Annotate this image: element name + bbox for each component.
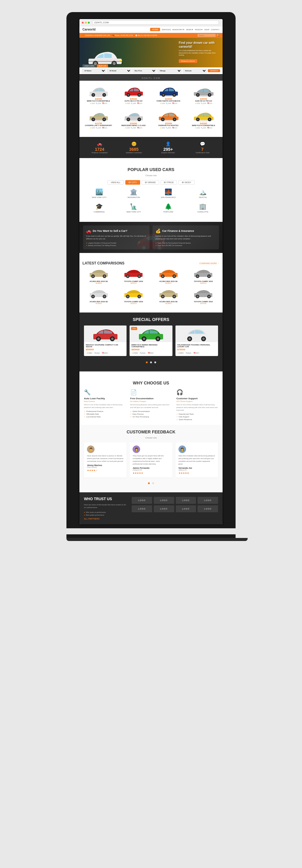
close-dot[interactable] [82,22,83,24]
spec-item: 🔧1200 [96,127,101,129]
nav-contact[interactable]: CONTACT [211,29,220,31]
spec-item: 📅2015 [207,127,212,129]
offer-info: VOLKSWAGEN TOUAREC PERSONAL LUXURY CAR $… [175,342,218,356]
offer-card[interactable]: 15% [130,326,172,356]
carousel-dot[interactable] [146,362,148,363]
car-card[interactable]: $24000 FORD FIESTA HATCHBACK ⚡1200 🔧1400… [153,84,184,104]
comp-card[interactable]: TOYOTA CAMRY 2016 $20512 [118,268,150,284]
city-charlotte[interactable]: 🏢 CHARLOTTE [187,203,219,213]
sell-text: If you want to sell your car fast as qui… [86,235,146,240]
popular-cars-subtitle: Choose one [83,175,219,177]
comp-card[interactable]: ACURA RDX 2015 SE $19950 [82,268,115,284]
spec-item: ⚡1400 [125,127,130,129]
nav-services[interactable]: SERVICES [162,29,171,31]
city-portland[interactable]: 🌲 PORTLAND [152,203,184,213]
filter-by-city[interactable]: BY CITY [125,180,140,185]
svg-point-35 [92,119,94,120]
comp-card[interactable]: TOYOTA CAMRY 2016 $44100 [187,289,220,304]
hero-section: Find your dream car with carworld! It is… [79,38,223,74]
price-select[interactable]: Max Price [132,69,157,73]
city-newyork2[interactable]: 🗽 NEW YORK CITY [118,203,150,213]
new-car-tab[interactable]: NEW CAR [97,64,108,67]
used-cars-tab[interactable]: USED CARS [82,64,96,67]
nav-shop[interactable]: SHOP [204,29,209,31]
carousel-dot[interactable] [154,362,156,363]
feedback-card: 👨 Have anyone else done to pursue or den… [84,442,127,477]
svg-point-5 [113,62,116,65]
reviewer-avatar: 👨 [87,445,95,453]
search-input[interactable] [198,34,215,37]
svg-point-78 [92,296,94,298]
spec-item: ⚡1200 [160,102,165,104]
comp-car-image [158,268,179,279]
mileage-select[interactable]: Mileage [157,69,181,73]
city-washington[interactable]: 🏛️ WASHINGTON [118,188,150,198]
offer-spec: 📅2017 [193,352,200,354]
finance-title: Car Finance & Insurance [162,229,194,232]
car-card[interactable]: $16000 MERCEDES BENZ C CLASS ⚡1400 🔧1500… [118,109,149,129]
svg-point-88 [162,296,164,298]
comp-car-image [193,289,214,300]
search-button[interactable]: SEARCH [208,69,220,72]
filter-by-body[interactable]: BY BODY [178,180,195,185]
city-cambridge[interactable]: 🎓 CAMBRIDGE [83,203,115,213]
nav-inventory[interactable]: INVENTORY▼ [172,29,185,31]
search-icon[interactable]: 🔍 [216,34,220,37]
compare-more-link[interactable]: COMPARE MORE → [199,262,220,265]
svg-point-75 [208,275,210,277]
comp-card[interactable]: TOYOTA CAMRY 2016 $20512 [187,268,220,284]
minimize-dot[interactable] [85,22,87,24]
car-card[interactable]: $42000 BMW F12 8 CONVERTIBLE ⚡2322 🔧2200… [82,84,114,104]
svg-point-63 [127,275,129,277]
stat-customers: 😊 3685 Satisfied Customers [119,142,150,154]
offer-card[interactable]: RENAULT DAUPHINE CAMPACT CAR SEDAN $5500… [84,326,127,356]
model-select[interactable]: All Model [107,69,131,73]
trust-logo: LOGO [198,505,218,512]
city-sanfrancisco[interactable]: 🌉 SAN FRANCISCO [152,188,184,198]
svg-point-58 [92,275,94,277]
filter-by-brand[interactable]: BY BRAND [142,180,159,185]
car-bmw2-image [192,110,215,122]
nav-home[interactable]: HOME [150,28,160,31]
carousel-dot[interactable] [150,362,152,363]
why-docs-list: ✓Quick Documentation ✓Easy Process ✓On T… [130,410,172,418]
trust-title: WHO TRUST US [84,497,127,501]
sell-title: Do You Want to Sell a Car? [93,229,128,232]
svg-point-100 [111,338,113,340]
relocate-select[interactable]: Relocate [183,69,207,73]
svg-point-17 [128,94,129,96]
hero-cta-button[interactable]: Request a Demo [179,59,197,63]
phone-info: 📞 Phone: +44 507 891 13 23 [113,34,133,36]
carousel-dot[interactable] [148,483,150,484]
comp-card[interactable]: ACURA RDX 2015 SE $19512 [152,268,185,284]
clock-icon: 🕐 [135,34,137,36]
comp-card[interactable]: ACURA RDX 2016 SE $79500 [82,289,115,304]
filter-view-all[interactable]: VIEW ALL [107,180,124,185]
car-card[interactable]: $35000 AUTO AB 3.5 TDI GO ⚡1430 🔧1900 📅2… [118,84,149,104]
comp-card[interactable]: TOYOTA CAMRY 2016 $20523 [118,289,150,304]
car-card[interactable]: $33500 FERRARI F12 NOVITEC ⚡3000 🔧2800 📅… [153,109,184,129]
car-card[interactable]: $42000 BMW F12-8 CONVERTIBLE ⚡2322 🔧2200… [188,109,220,129]
nav-pages[interactable]: PAGES▼ [195,29,203,31]
nav-news[interactable]: NEWS▼ [186,29,193,31]
finance-text: Explain to you how all this mistaken ide… [156,235,216,240]
all-partners-link[interactable]: ALL PARTNERS [84,518,127,520]
city-seattle[interactable]: 🏔️ SEATTLE [187,188,219,198]
car-card[interactable]: $35000 AUDI A8 3.0 TDI GO ⚡2200 🔧2100 📅2… [188,84,220,104]
special-offers-title: SPECIAL OFFERS [84,317,218,322]
offer-spec: 🔧Auto [139,352,146,354]
trust-logo: LOGO [154,505,174,512]
why-support-list: ✓Experienced Team ✓Fast Support ✓Quick R… [176,413,218,421]
offer-card[interactable]: VOLKSWAGEN TOUAREC PERSONAL LUXURY CAR $… [175,326,218,356]
svg-point-98 [97,338,100,340]
make-select[interactable]: All Makes [82,69,106,73]
address-bar[interactable]: ZZHITL.COM [92,20,219,25]
filter-by-price[interactable]: BY PRICE [161,180,177,185]
city-newyork[interactable]: 🏙️ NEW YORK CITY [83,188,115,198]
car-card[interactable]: $13750 CATERPILLAR T SUPERSPORT ⚡1000 🔧1… [82,109,114,129]
carousel-dot[interactable] [152,483,154,484]
comp-card[interactable]: ACURA RDX 2015 SE $19900 [152,289,185,304]
maximize-dot[interactable] [88,22,90,24]
svg-point-108 [189,338,191,340]
svg-point-60 [104,275,105,277]
